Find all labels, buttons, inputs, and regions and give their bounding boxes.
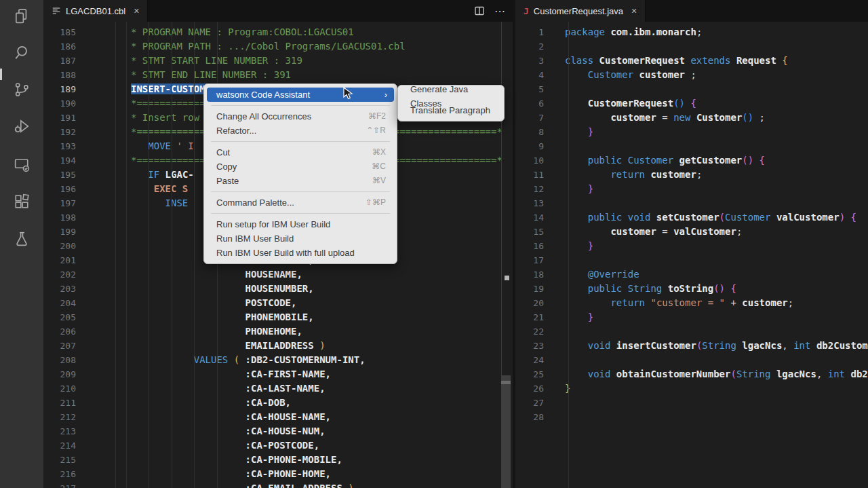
- line-number: 214: [43, 438, 76, 453]
- more-actions-icon[interactable]: ⋯: [494, 5, 506, 18]
- close-tab-icon[interactable]: ×: [134, 5, 139, 16]
- code-text: MOVE ' I: [76, 139, 194, 153]
- code-line[interactable]: 217 :CA-EMAIL-ADDRESS ): [43, 481, 513, 488]
- code-line[interactable]: 187* STMT START LINE NUMBER : 319: [43, 54, 513, 68]
- submenu-chevron-icon: ›: [384, 88, 390, 102]
- tab-title: LGACDB01.cbl: [66, 6, 125, 16]
- menu-item[interactable]: Refactor...⌃⇧R: [207, 124, 394, 138]
- code-line[interactable]: 207 EMAILADDRESS ): [43, 339, 513, 353]
- tab-lgacdb01[interactable]: LGACDB01.cbl ×: [43, 0, 148, 22]
- code-line[interactable]: 216 :CA-PHONE-HOME,: [43, 467, 513, 481]
- line-number: 4: [515, 68, 544, 82]
- submenu-item[interactable]: Generate Java Classes: [401, 89, 501, 103]
- code-text: [76, 210, 131, 225]
- line-number: 28: [515, 410, 544, 424]
- mouse-cursor: [342, 87, 355, 103]
- search-icon[interactable]: [12, 43, 31, 62]
- menu-item[interactable]: Paste⌘V: [207, 174, 394, 188]
- code-line[interactable]: 215 :CA-PHONE-MOBILE,: [43, 453, 513, 467]
- code-line[interactable]: 213 :CA-HOUSE-NUM,: [43, 424, 513, 438]
- code-text: [544, 82, 565, 96]
- code-line[interactable]: 202 HOUSENAME,: [43, 267, 513, 282]
- code-line[interactable]: 185* PROGRAM NAME : Program:COBOL:LGACUS…: [43, 25, 513, 39]
- submenu-item[interactable]: Translate Paragraph: [401, 103, 501, 117]
- code-line[interactable]: 208 VALUES ( :DB2-CUSTOMERNUM-INT,: [43, 353, 513, 367]
- line-number: 15: [515, 225, 544, 239]
- scrollbar-thumb[interactable]: [501, 375, 511, 488]
- editor-actions: ⋯: [474, 0, 506, 22]
- code-text: :CA-HOUSE-NAME,: [76, 410, 331, 424]
- line-number: 23: [515, 339, 544, 353]
- code-text: customer = valCustomer;: [544, 225, 742, 239]
- extensions-icon[interactable]: [12, 192, 31, 211]
- code-text: [544, 324, 565, 339]
- line-number: 16: [515, 239, 544, 253]
- code-line[interactable]: 188* STMT END LINE NUMBER : 391: [43, 68, 513, 82]
- tab-customerrequest[interactable]: J CustomerRequest.java ×: [515, 0, 646, 22]
- line-number: 208: [43, 353, 76, 367]
- line-number: 197: [43, 196, 76, 210]
- code-line[interactable]: 211 :CA-DOB,: [43, 396, 513, 410]
- split-editor-icon[interactable]: [474, 5, 485, 16]
- line-number: 205: [43, 310, 76, 324]
- overview-ruler-marker: [505, 276, 509, 280]
- indent-guide: [568, 22, 569, 488]
- line-number: 22: [515, 324, 544, 339]
- code-text: INSERT-CUSTOMER: [76, 82, 216, 96]
- code-line[interactable]: 206 PHONEHOME,: [43, 324, 513, 339]
- menu-item[interactable]: Run setup for IBM User Build: [207, 217, 394, 231]
- code-text: customer = new Customer() ;: [544, 111, 765, 125]
- remote-explorer-icon[interactable]: [12, 155, 31, 174]
- code-text: void obtainCustomerNumber(String lgacNcs…: [544, 367, 868, 381]
- menu-item[interactable]: watsonx Code Assistant›: [207, 88, 394, 102]
- line-number: 192: [43, 125, 76, 139]
- menu-item[interactable]: Change All Occurrences⌘F2: [207, 109, 394, 124]
- code-line[interactable]: 214 :CA-POSTCODE,: [43, 438, 513, 453]
- line-number: 196: [43, 182, 76, 196]
- code-line[interactable]: 212 :CA-HOUSE-NAME,: [43, 410, 513, 424]
- code-line[interactable]: 186* PROGRAM PATH : .../Cobol Programs/L…: [43, 39, 513, 54]
- test-beaker-icon[interactable]: [12, 229, 31, 248]
- menu-item[interactable]: Cut⌘X: [207, 145, 394, 159]
- menu-item-label: Change All Occurrences: [216, 109, 311, 124]
- menu-item[interactable]: Run IBM User Build with full upload: [207, 246, 394, 260]
- code-text: :CA-EMAIL-ADDRESS ): [76, 481, 354, 488]
- code-line[interactable]: 203 HOUSENUMBER,: [43, 282, 513, 296]
- code-line[interactable]: 204 POSTCODE,: [43, 296, 513, 310]
- menu-separator: [211, 213, 390, 214]
- menu-item-shortcut: ⌘F2: [368, 109, 390, 124]
- menu-item[interactable]: Copy⌘C: [207, 159, 394, 174]
- code-text: [544, 139, 565, 153]
- code-text: [544, 196, 565, 210]
- source-control-icon[interactable]: [12, 80, 31, 99]
- run-debug-icon[interactable]: [12, 117, 31, 136]
- line-number: 185: [43, 25, 76, 39]
- menu-item[interactable]: Run IBM User Build: [207, 231, 394, 246]
- close-tab-icon[interactable]: ×: [631, 5, 637, 16]
- line-number: 187: [43, 54, 76, 68]
- code-text: * PROGRAM NAME : Program:COBOL:LGACUS01: [76, 25, 354, 39]
- line-number: 10: [515, 153, 544, 168]
- menu-item-label: Paste: [216, 174, 239, 188]
- submenu-item-label: Translate Paragraph: [410, 103, 490, 117]
- code-line[interactable]: 210 :CA-LAST-NAME,: [43, 381, 513, 396]
- indent-guide: [172, 22, 172, 488]
- code-text: :CA-DOB,: [76, 396, 291, 410]
- line-number: 213: [43, 424, 76, 438]
- java-editor[interactable]: 1package com.ibm.monarch;23class Custome…: [515, 22, 868, 488]
- menu-separator: [211, 191, 390, 192]
- explorer-icon[interactable]: [12, 7, 31, 26]
- indent-guide: [126, 22, 127, 488]
- code-text: IF LGAC-: [76, 168, 194, 182]
- menu-item-label: Run setup for IBM User Build: [216, 217, 330, 231]
- line-number: 210: [43, 381, 76, 396]
- menu-item[interactable]: Command Palette...⇧⌘P: [207, 195, 394, 210]
- code-text: * PROGRAM PATH : .../Cobol Programs/LGAC…: [76, 39, 406, 54]
- menu-separator: [211, 105, 390, 106]
- right-editor-group: J CustomerRequest.java × 1package com.ib…: [515, 0, 868, 488]
- code-line[interactable]: 209 :CA-FIRST-NAME,: [43, 367, 513, 381]
- line-number: 25: [515, 367, 544, 381]
- menu-item-shortcut: ⌘V: [372, 174, 390, 188]
- code-line[interactable]: 205 PHONEMOBILE,: [43, 310, 513, 324]
- line-number: 3: [515, 54, 544, 68]
